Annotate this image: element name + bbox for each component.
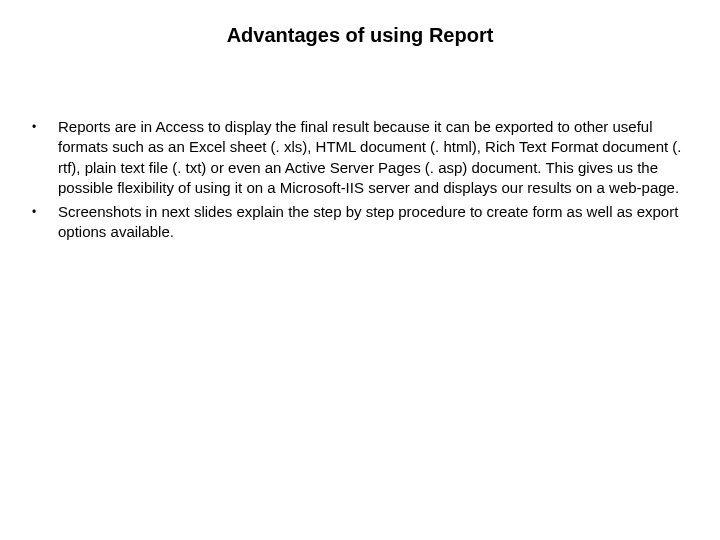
slide: Advantages of using Report • Reports are… <box>0 0 720 540</box>
bullet-icon: • <box>32 117 58 137</box>
bullet-text: Screenshots in next slides explain the s… <box>58 202 688 243</box>
bullet-list: • Reports are in Access to display the f… <box>32 117 688 243</box>
list-item: • Screenshots in next slides explain the… <box>32 202 688 243</box>
bullet-icon: • <box>32 202 58 222</box>
bullet-text: Reports are in Access to display the fin… <box>58 117 688 198</box>
slide-content: • Reports are in Access to display the f… <box>0 117 720 243</box>
slide-title: Advantages of using Report <box>0 0 720 117</box>
list-item: • Reports are in Access to display the f… <box>32 117 688 198</box>
